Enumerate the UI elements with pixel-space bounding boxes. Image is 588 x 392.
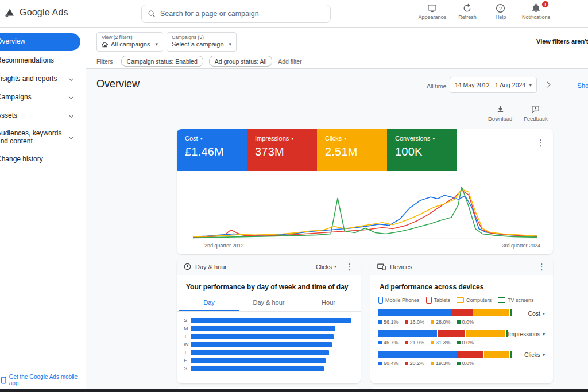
metric-tile-cost[interactable]: Cost▾ £1.46M [177, 129, 247, 171]
view-filter-value: All campaigns [111, 41, 150, 48]
day-letter: F [184, 358, 191, 363]
google-ads-logo[interactable]: Google Ads [5, 7, 68, 18]
search-input[interactable] [160, 10, 324, 18]
campaign-select-value: Select a campaign [172, 41, 224, 48]
page-title: Overview [96, 78, 140, 90]
sidebar-item-assets[interactable]: Assets [0, 107, 86, 125]
bar-segment-mobile-phones [378, 351, 457, 358]
caret-down-icon: ▾ [334, 264, 336, 269]
show-link[interactable]: Show [577, 82, 588, 89]
legend-item-computers: Computers [457, 297, 492, 303]
sidebar-item-overview[interactable]: Overview [0, 33, 86, 52]
next-period-chevron[interactable] [545, 82, 551, 88]
clicks-metric-dropdown[interactable]: Clicks ▾ [524, 351, 545, 358]
warning-text: View filters aren't app [536, 38, 588, 45]
percent-labels-clicks: 60.4%20.2%19.3%0.0% [378, 360, 512, 366]
devices-icon [377, 263, 386, 270]
chevron-down-icon [69, 135, 74, 139]
appearance-button[interactable]: Appearance [418, 3, 446, 20]
day-hour-card: Day & hour Clicks ▾ ⋮ Your performance b… [177, 258, 361, 383]
legend-item-mobile-phones: Mobile Phones [378, 297, 420, 304]
day-bar [191, 326, 335, 331]
tab-hour[interactable]: Hour [299, 296, 358, 311]
time-scope-label: All time [427, 83, 446, 90]
legend-square-icon [378, 341, 382, 344]
legend-square-icon [378, 320, 382, 324]
cost-metric-dropdown[interactable]: Cost ▾ [528, 309, 545, 317]
metric-tile-impressions[interactable]: Impressions▾ 373M [247, 129, 317, 171]
day-bar [191, 358, 326, 363]
tv-screen-icon [498, 297, 505, 303]
sidebar-item-label: Assets [0, 112, 17, 120]
caret-down-icon: ▾ [229, 41, 232, 47]
stacked-bar-impressions [378, 330, 508, 337]
download-button[interactable]: Download [488, 105, 512, 122]
notifications-button[interactable]: ! Notifications [522, 3, 550, 20]
mobile-app-link[interactable]: Get the Google Ads mobile app [0, 374, 86, 386]
metric-tile-clicks[interactable]: Clicks▾ 2.51M [317, 129, 387, 171]
date-range-value: 14 May 2012 - 1 Aug 2024 [455, 81, 525, 88]
tab-day[interactable]: Day [179, 296, 239, 311]
sidebar-item-recommendations[interactable]: Recommendations [0, 52, 86, 70]
filter-chip-ad-group-status[interactable]: Ad group status: All [209, 56, 272, 67]
tablet-icon [426, 297, 432, 304]
refresh-button[interactable]: Refresh [455, 3, 479, 20]
sidebar-item-campaigns[interactable]: Campaigns [0, 88, 86, 107]
caret-down-icon: ▾ [543, 352, 545, 358]
impressions-metric-dropdown[interactable]: Impressions ▾ [508, 330, 545, 337]
day-bar-row: F [184, 358, 351, 363]
bar-segment-computers [484, 351, 509, 358]
card-menu-icon[interactable]: ⋮ [536, 138, 545, 147]
help-button[interactable]: ? Help [489, 3, 513, 20]
add-filter-button[interactable]: Add filter [278, 58, 301, 65]
sidebar-item-audiences-keywords-content[interactable]: Audiences, keywords and content [0, 125, 86, 150]
chevron-down-icon [69, 76, 74, 81]
metric-tiles: Cost▾ £1.46M Impressions▾ 373M Clicks▾ 2… [177, 129, 553, 171]
caret-down-icon: ▾ [155, 41, 158, 47]
legend-item-tv-screens: TV screens [498, 297, 534, 303]
sidebar-item-change-history[interactable]: Change history [0, 150, 86, 169]
legend-square-icon [431, 362, 434, 365]
metric-dropdown-value: Impressions [508, 331, 540, 337]
day-letter: W [184, 341, 191, 347]
refresh-icon [462, 3, 472, 13]
day-bar-row: T [184, 350, 351, 355]
global-search[interactable] [141, 5, 331, 23]
day-letter: S [184, 317, 191, 323]
metric-label: Cost [185, 135, 198, 142]
bar-segment-computers [466, 330, 505, 337]
filter-section: View (2 filters) All campaigns ▾ Campaig… [86, 28, 588, 69]
metric-value: 373M [255, 145, 309, 158]
day-bar-row: T [184, 333, 351, 339]
tab-day-and-hour[interactable]: Day & hour [239, 296, 299, 311]
search-icon [148, 10, 156, 18]
card-menu-icon[interactable]: ⋮ [345, 262, 354, 271]
caret-down-icon: ▾ [291, 136, 293, 141]
devices-card-title: Devices [390, 263, 412, 270]
bar-segment-tablets [438, 330, 465, 337]
download-label: Download [488, 115, 512, 122]
metric-tile-conversions[interactable]: Conversions▾ 100K [387, 129, 457, 171]
campaign-select-dropdown[interactable]: Campaigns (5) Select a campaign ▾ [167, 32, 237, 52]
percent-label-tablets: 21.9% [405, 340, 425, 346]
legend-square-icon [431, 341, 434, 344]
legend-label: TV screens [508, 297, 534, 303]
day-bar-row: M [184, 325, 351, 331]
date-range-picker[interactable]: 14 May 2012 - 1 Aug 2024 ▾ [450, 77, 537, 93]
day-hour-metric-dropdown[interactable]: Clicks ▾ [316, 263, 336, 270]
sidebar-item-label: Audiences, keywords and content [0, 130, 64, 146]
filter-chip-campaign-status[interactable]: Campaign status: Enabled [121, 56, 203, 67]
legend-label: Mobile Phones [385, 297, 420, 303]
help-icon: ? [496, 3, 505, 13]
app-title: Google Ads [20, 7, 68, 18]
day-letter: T [184, 350, 191, 355]
view-filter-caption: View (2 filters) [102, 34, 158, 40]
day-hour-tabs: Day Day & hour Hour [177, 296, 361, 312]
day-bar-row: W [184, 341, 351, 347]
card-menu-icon[interactable]: ⋮ [537, 262, 546, 271]
devices-subtitle: Ad performance across devices [370, 275, 553, 296]
feedback-button[interactable]: Feedback [524, 105, 548, 122]
sidebar-item-insights-and-reports[interactable]: Insights and reports [0, 70, 86, 88]
view-filter-dropdown[interactable]: View (2 filters) All campaigns ▾ [96, 32, 163, 52]
feedback-icon [531, 105, 540, 114]
